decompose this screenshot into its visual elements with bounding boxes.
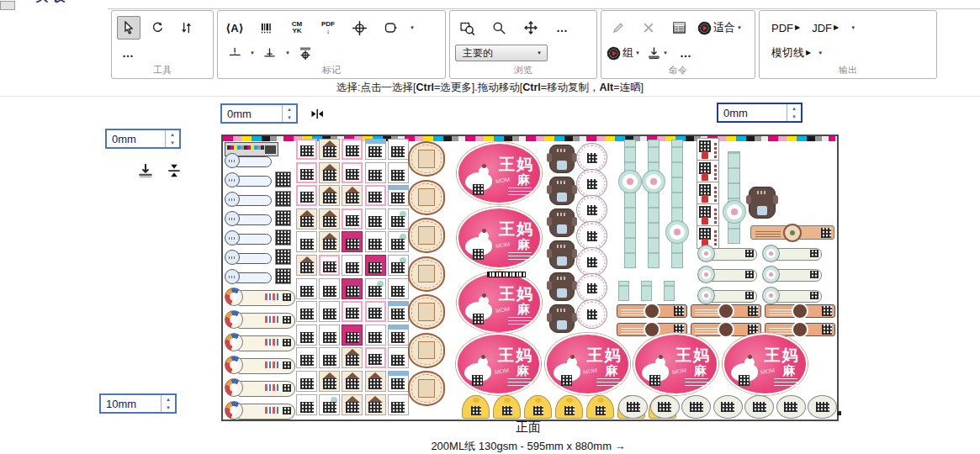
teal-strip-label[interactable] — [671, 140, 683, 268]
qr-mini-label[interactable] — [275, 191, 291, 207]
spoon-blue-label[interactable] — [225, 250, 272, 266]
teapot-label[interactable] — [549, 177, 575, 205]
teapot-label[interactable] — [549, 272, 575, 301]
pink-circle-label[interactable]: 王妈麻MOM — [545, 333, 630, 395]
grid-cell-label[interactable] — [388, 255, 409, 276]
teal-strip-label[interactable] — [624, 140, 636, 268]
grid-cell-label[interactable] — [319, 162, 340, 183]
oval-qr-label[interactable] — [744, 395, 774, 419]
cookie-label[interactable] — [408, 180, 445, 215]
zoom-area-button[interactable] — [455, 16, 479, 40]
left-gap-value[interactable]: 0mm — [107, 130, 165, 147]
oval-qr-label[interactable] — [776, 395, 806, 419]
orange-band-label[interactable] — [750, 225, 834, 240]
qr-mini-label[interactable] — [275, 172, 291, 187]
grid-cell-label[interactable] — [342, 278, 363, 299]
qr-mini-label[interactable] — [275, 249, 291, 265]
oval-qr-label[interactable] — [713, 395, 743, 419]
cookie-label[interactable] — [408, 294, 445, 330]
ribbon-tab[interactable]: 头设 — [35, 0, 111, 9]
teapot-label[interactable] — [749, 187, 776, 219]
cookie-label[interactable] — [408, 333, 445, 368]
qr-label-label[interactable] — [697, 182, 719, 205]
zoom-button[interactable] — [487, 16, 511, 40]
qr-label-label[interactable] — [697, 138, 719, 161]
grid-cell-label[interactable] — [296, 185, 317, 206]
grid-cell-label[interactable] — [365, 209, 386, 230]
grid-cell-label[interactable] — [342, 371, 363, 392]
cookie-label[interactable] — [408, 256, 445, 292]
right-gap-value[interactable]: 0mm — [718, 104, 787, 121]
brown-band-label[interactable] — [617, 304, 687, 318]
grid-cell-label[interactable] — [296, 209, 317, 230]
brown-band-label[interactable] — [765, 304, 835, 318]
grid-cell-label[interactable] — [365, 231, 386, 252]
grid-cell-label[interactable] — [388, 325, 409, 346]
grid-cell-label[interactable] — [342, 347, 363, 368]
yellow-blob-label[interactable] — [586, 395, 614, 419]
register-mark-button[interactable] — [347, 16, 371, 40]
qr-label-label[interactable] — [697, 203, 719, 227]
white-circle-label[interactable] — [576, 273, 607, 303]
grid-cell-label[interactable] — [342, 162, 363, 183]
jdf-caret-icon[interactable]: ▼ — [850, 25, 856, 30]
grid-cell-label[interactable] — [319, 347, 340, 368]
grid-cell-label[interactable] — [365, 347, 386, 368]
spoon-blue-label[interactable] — [225, 192, 272, 208]
export-jdf-button[interactable]: JDF ▶ — [812, 22, 839, 34]
grid-cell-label[interactable] — [365, 255, 386, 276]
white-circle-label[interactable] — [576, 143, 607, 172]
pink-circle-label[interactable]: 王妈麻MOM — [457, 272, 542, 334]
pink-circle-label[interactable]: 王妈麻MOM — [723, 333, 808, 395]
teal-strip-label[interactable] — [728, 151, 740, 244]
grid-cell-label[interactable] — [342, 394, 363, 415]
sheet-resize-handle[interactable] — [837, 411, 841, 415]
spoon-h-label[interactable] — [763, 267, 822, 282]
grid-cell-label[interactable] — [388, 209, 409, 230]
grid-cell-label[interactable] — [365, 185, 386, 206]
grid-cell-label[interactable] — [319, 278, 340, 299]
cmyk-mark-button[interactable]: CMYK — [285, 16, 309, 40]
spoon-cream-label[interactable] — [225, 310, 295, 330]
spoon-h-label[interactable] — [698, 267, 757, 282]
grid-cell-label[interactable] — [319, 231, 340, 252]
oval-qr-label[interactable] — [808, 395, 837, 419]
top-gap-value[interactable]: 0mm — [222, 105, 282, 122]
grid-cell-label[interactable] — [365, 278, 386, 299]
grid-cell-label[interactable] — [296, 278, 317, 299]
pink-circle-label[interactable]: 王妈麻MOM — [456, 333, 541, 395]
yellow-blob-label[interactable] — [493, 395, 521, 419]
pan-button[interactable] — [519, 16, 543, 40]
view-select-dropdown[interactable]: 主要的 ▼ — [455, 45, 548, 61]
cookie-label[interactable] — [408, 141, 445, 177]
grid-cell-label[interactable] — [319, 255, 340, 276]
grid-cell-label[interactable] — [388, 278, 409, 299]
grid-cell-label[interactable] — [388, 347, 409, 368]
align-center-vertical-button[interactable] — [163, 161, 185, 181]
grid-cell-label[interactable] — [365, 325, 386, 346]
corner-mark-caret-icon[interactable]: ▼ — [410, 25, 415, 30]
qr-mini-label[interactable] — [275, 210, 291, 226]
crop-mark-caret-icon[interactable]: ▼ — [250, 50, 255, 55]
spoon-h-label[interactable] — [698, 245, 757, 261]
teal-stub-label[interactable] — [618, 281, 629, 301]
grid-cell-label[interactable] — [342, 185, 363, 206]
center-mark-button[interactable] — [258, 41, 282, 65]
oval-qr-label[interactable] — [681, 395, 711, 419]
crop-mark-button[interactable] — [223, 41, 246, 65]
teapot-label[interactable] — [549, 304, 575, 333]
yellow-blob-label[interactable] — [555, 395, 583, 419]
spoon-cream-label[interactable] — [225, 356, 295, 375]
cookie-label[interactable] — [408, 371, 445, 406]
grid-cell-label[interactable] — [342, 301, 363, 322]
spoon-cream-label[interactable] — [225, 333, 295, 352]
grid-cell-label[interactable] — [388, 162, 409, 183]
center-horizontal-button[interactable] — [306, 103, 328, 124]
imposition-sheet[interactable]: 王妈麻MOM王妈麻MOM王妈麻MOM王妈麻MOM王妈麻MOM王妈麻MOM王妈麻M… — [221, 135, 839, 421]
spoon-blue-label[interactable] — [225, 230, 272, 246]
yellow-blob-label[interactable] — [524, 395, 552, 419]
grid-cell-label[interactable] — [388, 394, 409, 415]
grid-cell-label[interactable] — [296, 371, 317, 392]
spoon-blue-label[interactable] — [225, 269, 272, 285]
teapot-label[interactable] — [549, 240, 575, 269]
